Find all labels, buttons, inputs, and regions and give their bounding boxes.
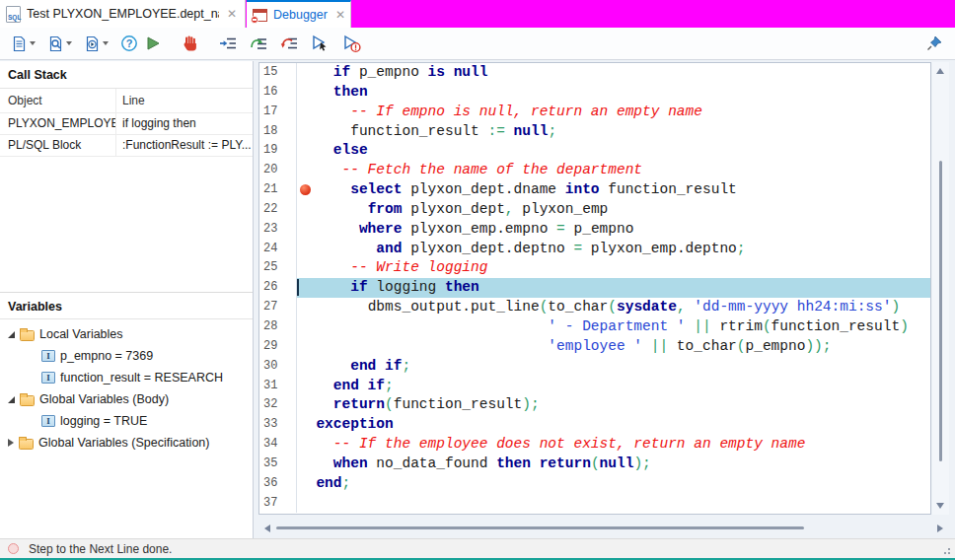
tree-expand-icon[interactable] bbox=[8, 439, 14, 447]
code-text[interactable]: 'employee ' || to_char(p_empno)); bbox=[297, 337, 930, 357]
line-number[interactable]: 25 bbox=[259, 258, 297, 278]
line-number[interactable]: 23 bbox=[259, 220, 297, 240]
tree-collapse-icon[interactable] bbox=[8, 396, 15, 403]
code-text[interactable]: return(function_result); bbox=[297, 395, 930, 415]
line-number[interactable]: 31 bbox=[259, 377, 297, 396]
tab-close-icon[interactable]: ✕ bbox=[333, 9, 347, 21]
code-text[interactable]: end; bbox=[297, 474, 930, 494]
variable-tree-item[interactable]: Global Variables (Specification) bbox=[0, 432, 253, 454]
resize-grip[interactable] bbox=[940, 544, 950, 554]
code-text[interactable]: and plyxon_dept.deptno = plyxon_emp.dept… bbox=[297, 240, 930, 259]
code-line[interactable]: 28 ' - Department ' || rtrim(function_re… bbox=[259, 317, 930, 337]
variable-tree-item[interactable]: Ip_empno = 7369 bbox=[0, 345, 253, 367]
pin-button[interactable] bbox=[923, 34, 945, 53]
vertical-scroll-thumb[interactable] bbox=[939, 161, 942, 461]
code-text[interactable]: when no_data_found then return(null); bbox=[297, 455, 930, 474]
line-number[interactable]: 20 bbox=[259, 161, 297, 180]
dropdown-caret-icon[interactable] bbox=[66, 41, 72, 45]
code-text[interactable]: function_result := null; bbox=[297, 122, 930, 142]
code-text[interactable]: select plyxon_dept.dname into function_r… bbox=[297, 180, 930, 200]
code-text[interactable]: dbms_output.put_line(to_char(sysdate, 'd… bbox=[297, 298, 930, 317]
run-button[interactable] bbox=[141, 33, 165, 54]
help-button[interactable]: ? bbox=[117, 33, 141, 54]
horizontal-scrollbar[interactable] bbox=[258, 521, 949, 536]
line-number[interactable]: 26 bbox=[259, 278, 297, 298]
code-line[interactable]: 27 dbms_output.put_line(to_char(sysdate,… bbox=[259, 298, 930, 317]
variable-tree-item[interactable]: Ilogging = TRUE bbox=[0, 410, 253, 432]
code-line[interactable]: 35 when no_data_found then return(null); bbox=[259, 455, 930, 474]
horizontal-scroll-thumb[interactable] bbox=[276, 526, 804, 529]
line-number[interactable]: 30 bbox=[259, 357, 297, 377]
run-to-exception-button[interactable] bbox=[339, 33, 365, 55]
line-number[interactable]: 37 bbox=[259, 494, 297, 514]
code-line[interactable]: 26 if logging then bbox=[259, 278, 930, 298]
tab-close-icon[interactable]: ✕ bbox=[225, 8, 239, 20]
code-line[interactable]: 19 else bbox=[259, 141, 930, 161]
code-text[interactable] bbox=[297, 494, 930, 514]
tree-collapse-icon[interactable] bbox=[8, 331, 15, 338]
code-text[interactable]: exception bbox=[297, 415, 930, 435]
code-text[interactable]: else bbox=[297, 141, 930, 161]
code-text[interactable]: if logging then bbox=[297, 278, 930, 298]
line-number[interactable]: 19 bbox=[259, 141, 297, 161]
code-text[interactable]: where plyxon_emp.empno = p_empno bbox=[297, 220, 930, 240]
line-number[interactable]: 34 bbox=[259, 435, 297, 455]
line-number[interactable]: 18 bbox=[259, 122, 297, 142]
line-number[interactable]: 35 bbox=[259, 455, 297, 474]
code-text[interactable]: if p_empno is null bbox=[297, 63, 930, 83]
code-line[interactable]: 18 function_result := null; bbox=[259, 122, 930, 142]
line-number[interactable]: 33 bbox=[259, 415, 297, 435]
code-line[interactable]: 37 bbox=[259, 494, 930, 514]
scroll-left-icon[interactable] bbox=[264, 525, 270, 532]
call-stack-row[interactable]: PL/SQL Block:FunctionResult := PLY... bbox=[0, 135, 253, 157]
run-to-cursor-button[interactable] bbox=[308, 33, 333, 55]
dropdown-caret-icon[interactable] bbox=[103, 41, 109, 45]
line-number[interactable]: 16 bbox=[259, 83, 297, 103]
code-line[interactable]: 36 end; bbox=[259, 474, 930, 494]
code-line[interactable]: 29 'employee ' || to_char(p_empno)); bbox=[259, 337, 930, 357]
break-button[interactable] bbox=[179, 33, 202, 54]
line-number[interactable]: 21 bbox=[259, 180, 297, 200]
variable-tree-item[interactable]: Ifunction_result = RESEARCH bbox=[0, 367, 253, 388]
code-line[interactable]: 15 if p_empno is null bbox=[259, 63, 930, 83]
code-text[interactable]: from plyxon_dept, plyxon_emp bbox=[297, 200, 930, 220]
execute-button[interactable] bbox=[81, 34, 111, 54]
code-line[interactable]: 30 end if; bbox=[259, 357, 930, 377]
dropdown-caret-icon[interactable] bbox=[30, 41, 36, 45]
variable-tree-item[interactable]: Global Variables (Body) bbox=[0, 388, 253, 410]
code-line[interactable]: 25 -- Write logging bbox=[259, 258, 930, 278]
line-number[interactable]: 29 bbox=[259, 337, 297, 357]
code-line[interactable]: 34 -- If the employee does not exist, re… bbox=[259, 435, 930, 455]
scroll-right-icon[interactable] bbox=[937, 525, 943, 532]
scroll-up-icon[interactable] bbox=[936, 68, 944, 74]
code-line[interactable]: 23 where plyxon_emp.empno = p_empno bbox=[259, 220, 930, 240]
code-line[interactable]: 31 end if; bbox=[259, 377, 930, 396]
vertical-scrollbar[interactable] bbox=[932, 62, 949, 515]
step-into-button[interactable] bbox=[216, 33, 241, 54]
line-number[interactable]: 36 bbox=[259, 474, 297, 494]
code-text[interactable]: -- Write logging bbox=[297, 258, 930, 278]
line-number[interactable]: 27 bbox=[259, 298, 297, 317]
code-line[interactable]: 33 exception bbox=[259, 415, 930, 435]
code-line[interactable]: 16 then bbox=[259, 83, 930, 103]
line-number[interactable]: 32 bbox=[259, 395, 297, 415]
step-out-button[interactable] bbox=[277, 33, 302, 54]
line-number[interactable]: 24 bbox=[259, 240, 297, 259]
tab-debugger[interactable]: Debugger ✕ bbox=[247, 0, 351, 28]
code-line[interactable]: 32 return(function_result); bbox=[259, 395, 930, 415]
code-text[interactable]: end if; bbox=[297, 377, 930, 396]
line-number[interactable]: 17 bbox=[259, 103, 297, 122]
line-number[interactable]: 15 bbox=[259, 63, 297, 83]
call-stack-row[interactable]: PLYXON_EMPLOYEEif logging then bbox=[0, 113, 253, 135]
breakpoint-dot[interactable] bbox=[300, 184, 311, 195]
find-button[interactable] bbox=[44, 34, 75, 54]
code-text[interactable]: -- If empno is null, return an empty nam… bbox=[297, 103, 930, 122]
code-text[interactable]: -- Fetch the name of the department bbox=[297, 161, 930, 180]
new-script-button[interactable] bbox=[8, 34, 38, 54]
code-editor[interactable]: 15 if p_empno is null16 then17 -- If emp… bbox=[258, 62, 931, 515]
tab-test-window[interactable]: SQL Test PLYXON_EMPLOYEE.dept_name ✕ bbox=[0, 0, 246, 28]
code-line[interactable]: 22 from plyxon_dept, plyxon_emp bbox=[259, 200, 930, 220]
step-over-button[interactable] bbox=[247, 33, 271, 54]
line-number[interactable]: 22 bbox=[259, 200, 297, 220]
code-line[interactable]: 20 -- Fetch the name of the department bbox=[259, 161, 930, 180]
